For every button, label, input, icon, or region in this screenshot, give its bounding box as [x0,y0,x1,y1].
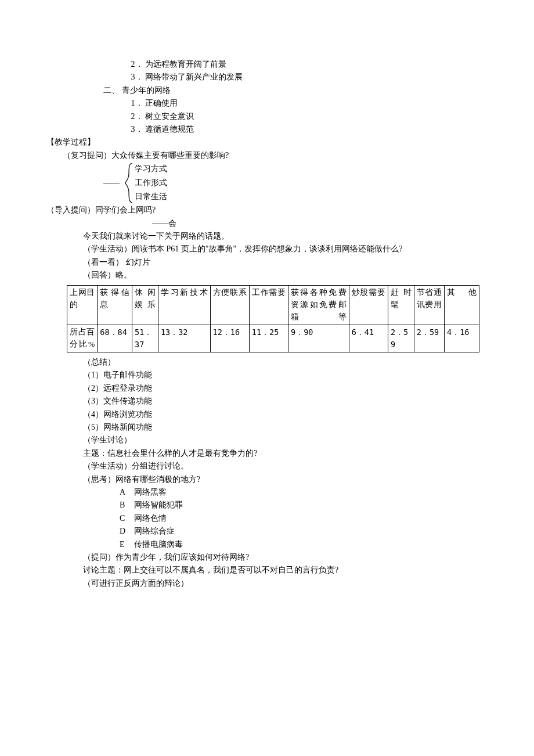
answer-note: （回答）略。 [46,269,488,282]
table-row-label: 所占百分比% [67,325,98,352]
table-cell: 51．37 [132,325,158,352]
outline-item: 2． 树立安全意识 [46,110,488,123]
discussion-heading: （学生讨论） [46,434,488,447]
intro-question: （导入提问）同学们会上网吗? [46,204,488,217]
negative-item: B 网络智能犯罪 [46,499,488,512]
negative-item: E 传播电脑病毒 [46,538,488,551]
table-header-cell: 方便联系 [210,286,249,325]
brace-group: —— 学习方式 工作形式 日常生活 [46,162,488,204]
summary-item: （1）电子邮件功能 [46,369,488,381]
table-cell: 4．16 [445,325,479,352]
summary-item: （3）文件传递功能 [46,395,488,408]
list-text: 网络综合症 [134,527,175,535]
summary-item: （4）网络浏览功能 [46,408,488,421]
paragraph: 今天我们就来讨论一下关于网络的话题。 [46,230,488,243]
table-cell: 2．59 [414,325,444,352]
table-cell: 11．25 [249,325,288,352]
ask-heading: （提问）作为青少年，我们应该如何对待网络? [46,551,488,564]
list-text: 网络智能犯罪 [134,501,183,509]
table-header-cell: 获得信息 [98,286,132,325]
table-row: 上网目的 获得信息 休闲娱乐 学习新技术 方便联系 工作需要 获得各种免费资源如… [67,286,479,325]
list-label: A [120,486,132,499]
table-header-cell: 其他 [445,286,479,325]
outline-item: 3． 遵循道德规范 [46,123,488,136]
ask-topic: 讨论主题：网上交往可以不属真名，我们是否可以不对自己的言行负责? [46,564,488,577]
negative-item: D 网络综合症 [46,525,488,538]
table-header-cell: 赶时髦 [388,286,414,325]
summary-item: （5）网络新闻功能 [46,421,488,434]
list-text: 网络色情 [134,514,167,523]
table-header-cell: 获得各种免费资源如免费邮箱等 [288,286,349,325]
table-header-cell: 上网目的 [67,286,98,325]
negative-item: C 网络色情 [46,512,488,525]
negative-item: A 网络黑客 [46,486,488,499]
debate-note: （可进行正反两方面的辩论） [46,577,488,590]
brace-item: 学习方式 [135,162,167,176]
list-text: 网络黑客 [134,488,167,496]
brace-item: 日常生活 [135,190,167,204]
review-question: （复习提问）大众传媒主要有哪些重要的影响? [46,149,488,162]
table-cell: 9．90 [288,325,349,352]
table-cell: 12．16 [210,325,249,352]
outline-item: 1． 正确使用 [46,97,488,110]
list-label: E [120,538,132,551]
table-header-cell: 学习新技术 [158,286,210,325]
table-header-cell: 节省通讯费用 [414,286,444,325]
table-cell: 2．59 [388,325,414,352]
table-header-cell: 休闲娱乐 [132,286,158,325]
section-heading: 二、 青少年的网络 [46,84,488,97]
brace-item: 工作形式 [135,176,167,190]
table-cell: 13．32 [158,325,210,352]
list-text: 传播电脑病毒 [134,540,183,549]
intro-answer: ——会 [46,217,488,230]
table-header-cell: 工作需要 [249,286,288,325]
student-activity: （学生活动）分组进行讨论。 [46,460,488,473]
summary-heading: （总结） [46,356,488,369]
discussion-topic: 主题：信息社会里什么样的人才是最有竞争力的? [46,447,488,460]
list-label: D [120,525,132,538]
student-activity: （学生活动）阅读书本 P61 页上的"故事角"，发挥你的想象力，谈谈利用网络还能… [46,243,488,255]
outline-item: 3． 网络带动了新兴产业的发展 [46,71,488,84]
list-label: C [120,512,132,525]
see-note: （看一看） 幻灯片 [46,256,488,269]
table-row: 所占百分比% 68．84 51．37 13．32 12．16 11．25 9．9… [67,325,479,352]
process-heading: 【教学过程】 [46,136,488,149]
table-cell: 68．84 [98,325,132,352]
outline-item: 2． 为远程教育开阔了前景 [46,58,488,71]
survey-table: 上网目的 获得信息 休闲娱乐 学习新技术 方便联系 工作需要 获得各种免费资源如… [67,285,479,352]
brace-icon [124,162,135,204]
table-header-cell: 炒股需要 [349,286,388,325]
table-cell: 6．41 [349,325,388,352]
summary-item: （2）远程登录功能 [46,382,488,395]
list-label: B [120,499,132,512]
think-heading: （思考）网络有哪些消极的地方? [46,473,488,486]
dash: —— [103,177,120,189]
